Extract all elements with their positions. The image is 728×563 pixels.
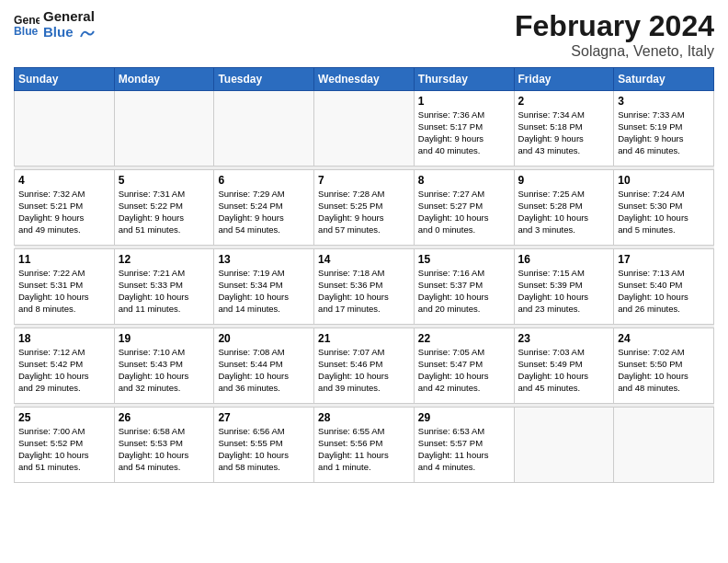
main-title: February 2024	[515, 9, 714, 43]
day-info: Daylight: 10 hours	[518, 213, 610, 224]
day-info: Sunset: 5:56 PM	[318, 438, 410, 450]
day-info: and 43 minutes.	[518, 145, 610, 157]
day-number: 10	[618, 173, 710, 188]
day-info: Sunset: 5:34 PM	[218, 280, 310, 292]
calendar-cell	[614, 408, 714, 483]
day-info: and 58 minutes.	[218, 462, 310, 474]
calendar-cell: 26Sunrise: 6:58 AMSunset: 5:53 PMDayligh…	[114, 408, 214, 483]
calendar-cell	[514, 408, 614, 483]
day-info: Sunset: 5:43 PM	[119, 359, 210, 371]
day-info: and 26 minutes.	[618, 304, 710, 316]
day-number: 26	[119, 410, 210, 425]
day-info: Daylight: 10 hours	[18, 371, 110, 383]
day-number: 12	[119, 252, 210, 267]
day-info: Sunset: 5:31 PM	[18, 280, 110, 292]
day-number: 7	[318, 173, 410, 188]
day-info: Sunrise: 6:55 AM	[318, 426, 410, 438]
day-info: Sunset: 5:57 PM	[418, 438, 510, 450]
day-number: 13	[218, 252, 310, 267]
day-number: 4	[18, 173, 110, 188]
day-header-thursday: Thursday	[414, 68, 514, 91]
day-info: Sunrise: 6:58 AM	[119, 426, 210, 438]
day-info: and 40 minutes.	[418, 145, 510, 157]
calendar-cell: 9Sunrise: 7:25 AMSunset: 5:28 PMDaylight…	[514, 170, 614, 246]
day-info: Daylight: 9 hours	[218, 213, 310, 224]
day-info: Sunrise: 7:31 AM	[119, 189, 210, 201]
day-info: Sunrise: 7:34 AM	[518, 109, 610, 121]
day-info: Daylight: 10 hours	[518, 371, 610, 383]
day-info: Sunset: 5:53 PM	[119, 438, 210, 450]
day-number: 5	[119, 173, 210, 188]
calendar-cell: 23Sunrise: 7:03 AMSunset: 5:49 PMDayligh…	[514, 328, 614, 404]
day-number: 20	[218, 331, 310, 346]
day-info: Sunrise: 7:21 AM	[119, 268, 210, 280]
day-info: Sunset: 5:52 PM	[18, 438, 110, 450]
day-info: and 32 minutes.	[119, 383, 210, 395]
svg-text:Blue: Blue	[14, 25, 39, 38]
day-info: Sunset: 5:47 PM	[418, 359, 510, 371]
day-info: Daylight: 10 hours	[318, 292, 410, 304]
calendar-cell: 16Sunrise: 7:15 AMSunset: 5:39 PMDayligh…	[514, 249, 614, 325]
day-info: Sunset: 5:55 PM	[218, 438, 310, 450]
day-info: Sunrise: 7:03 AM	[518, 347, 610, 359]
day-header-saturday: Saturday	[614, 68, 714, 91]
day-number: 2	[518, 94, 610, 109]
day-info: Daylight: 10 hours	[119, 371, 210, 383]
day-info: Daylight: 10 hours	[418, 213, 510, 224]
day-info: Sunrise: 7:12 AM	[18, 347, 110, 359]
day-info: Sunset: 5:30 PM	[618, 201, 710, 213]
calendar-cell: 24Sunrise: 7:02 AMSunset: 5:50 PMDayligh…	[614, 328, 714, 404]
day-info: Sunset: 5:39 PM	[518, 280, 610, 292]
calendar-cell: 3Sunrise: 7:33 AMSunset: 5:19 PMDaylight…	[614, 91, 714, 167]
week-row-2: 4Sunrise: 7:32 AMSunset: 5:21 PMDaylight…	[15, 170, 714, 246]
day-info: Daylight: 9 hours	[618, 133, 710, 145]
header: General Blue General Blue February 2024 …	[14, 9, 714, 60]
day-info: Sunset: 5:37 PM	[418, 280, 510, 292]
calendar-cell: 20Sunrise: 7:08 AMSunset: 5:44 PMDayligh…	[214, 328, 314, 404]
day-info: and 42 minutes.	[418, 383, 510, 395]
logo-blue: Blue	[43, 25, 96, 40]
day-info: Sunset: 5:40 PM	[618, 280, 710, 292]
day-info: Sunset: 5:46 PM	[318, 359, 410, 371]
calendar-cell: 4Sunrise: 7:32 AMSunset: 5:21 PMDaylight…	[15, 170, 115, 246]
calendar-cell: 22Sunrise: 7:05 AMSunset: 5:47 PMDayligh…	[414, 328, 514, 404]
day-info: Sunrise: 6:56 AM	[218, 426, 310, 438]
day-number: 18	[18, 331, 110, 346]
logo: General Blue General Blue	[14, 9, 96, 40]
day-info: Daylight: 9 hours	[318, 213, 410, 224]
day-info: and 3 minutes.	[518, 224, 610, 236]
calendar-page: General Blue General Blue February 2024 …	[0, 0, 728, 563]
calendar-cell	[15, 91, 115, 167]
day-info: and 49 minutes.	[18, 224, 110, 236]
day-number: 15	[418, 252, 510, 267]
logo-general: General	[43, 9, 96, 25]
day-number: 17	[618, 252, 710, 267]
day-info: and 0 minutes.	[418, 224, 510, 236]
calendar-cell: 14Sunrise: 7:18 AMSunset: 5:36 PMDayligh…	[314, 249, 415, 325]
week-row-4: 18Sunrise: 7:12 AMSunset: 5:42 PMDayligh…	[15, 328, 714, 404]
day-info: Sunrise: 7:08 AM	[218, 347, 310, 359]
calendar-cell: 19Sunrise: 7:10 AMSunset: 5:43 PMDayligh…	[114, 328, 214, 404]
day-number: 9	[518, 173, 610, 188]
day-info: Daylight: 10 hours	[318, 371, 410, 383]
day-number: 29	[418, 410, 510, 425]
day-info: Daylight: 9 hours	[418, 133, 510, 145]
day-info: and 23 minutes.	[518, 304, 610, 316]
calendar-cell: 21Sunrise: 7:07 AMSunset: 5:46 PMDayligh…	[314, 328, 415, 404]
day-number: 21	[318, 331, 410, 346]
day-info: Daylight: 10 hours	[218, 450, 310, 462]
day-info: Sunrise: 7:13 AM	[618, 268, 710, 280]
day-info: Sunset: 5:21 PM	[18, 201, 110, 213]
day-info: Sunrise: 6:53 AM	[418, 426, 510, 438]
day-header-tuesday: Tuesday	[214, 68, 314, 91]
calendar-cell: 10Sunrise: 7:24 AMSunset: 5:30 PMDayligh…	[614, 170, 714, 246]
day-info: Sunrise: 7:22 AM	[18, 268, 110, 280]
calendar-cell: 11Sunrise: 7:22 AMSunset: 5:31 PMDayligh…	[15, 249, 115, 325]
calendar-cell	[214, 91, 314, 167]
calendar-cell: 25Sunrise: 7:00 AMSunset: 5:52 PMDayligh…	[15, 408, 115, 483]
day-info: Sunrise: 7:07 AM	[318, 347, 410, 359]
day-info: Sunset: 5:33 PM	[119, 280, 210, 292]
day-info: Sunrise: 7:00 AM	[18, 426, 110, 438]
day-info: Sunset: 5:18 PM	[518, 121, 610, 133]
day-info: Sunset: 5:49 PM	[518, 359, 610, 371]
